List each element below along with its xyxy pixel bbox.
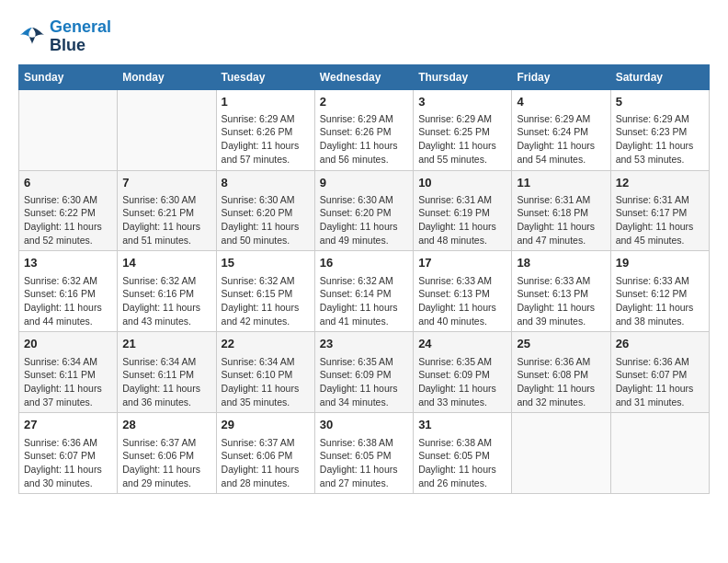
- day-info: Sunrise: 6:35 AM Sunset: 6:09 PM Dayligh…: [418, 355, 506, 409]
- weekday-header: Saturday: [610, 64, 709, 89]
- calendar-cell: 31Sunrise: 6:38 AM Sunset: 6:05 PM Dayli…: [414, 413, 512, 494]
- day-number: 10: [418, 175, 506, 191]
- calendar-cell: 3Sunrise: 6:29 AM Sunset: 6:25 PM Daylig…: [414, 89, 512, 170]
- calendar-cell: 25Sunrise: 6:36 AM Sunset: 6:08 PM Dayli…: [512, 332, 610, 413]
- day-number: 23: [320, 336, 408, 352]
- calendar-cell: 26Sunrise: 6:36 AM Sunset: 6:07 PM Dayli…: [610, 332, 709, 413]
- day-info: Sunrise: 6:33 AM Sunset: 6:13 PM Dayligh…: [418, 274, 506, 328]
- calendar-week-row: 6Sunrise: 6:30 AM Sunset: 6:22 PM Daylig…: [19, 170, 710, 251]
- calendar-week-row: 27Sunrise: 6:36 AM Sunset: 6:07 PM Dayli…: [19, 413, 710, 494]
- calendar-cell: 30Sunrise: 6:38 AM Sunset: 6:05 PM Dayli…: [314, 413, 413, 494]
- calendar-header: SundayMondayTuesdayWednesdayThursdayFrid…: [19, 64, 710, 89]
- calendar-cell: 16Sunrise: 6:32 AM Sunset: 6:14 PM Dayli…: [314, 251, 413, 332]
- calendar-cell: 6Sunrise: 6:30 AM Sunset: 6:22 PM Daylig…: [19, 170, 118, 251]
- day-number: 5: [616, 94, 704, 110]
- calendar-cell: 18Sunrise: 6:33 AM Sunset: 6:13 PM Dayli…: [512, 251, 610, 332]
- calendar-cell: [610, 413, 709, 494]
- calendar-cell: 10Sunrise: 6:31 AM Sunset: 6:19 PM Dayli…: [414, 170, 512, 251]
- calendar-week-row: 20Sunrise: 6:34 AM Sunset: 6:11 PM Dayli…: [19, 332, 710, 413]
- day-info: Sunrise: 6:38 AM Sunset: 6:05 PM Dayligh…: [320, 436, 408, 490]
- calendar-cell: 20Sunrise: 6:34 AM Sunset: 6:11 PM Dayli…: [19, 332, 118, 413]
- day-number: 7: [122, 175, 210, 191]
- calendar-cell: 12Sunrise: 6:31 AM Sunset: 6:17 PM Dayli…: [610, 170, 709, 251]
- calendar-cell: [19, 89, 118, 170]
- day-info: Sunrise: 6:31 AM Sunset: 6:17 PM Dayligh…: [616, 193, 704, 247]
- calendar-table: SundayMondayTuesdayWednesdayThursdayFrid…: [18, 64, 710, 495]
- day-info: Sunrise: 6:29 AM Sunset: 6:26 PM Dayligh…: [320, 112, 408, 167]
- calendar-cell: 7Sunrise: 6:30 AM Sunset: 6:21 PM Daylig…: [118, 170, 216, 251]
- day-info: Sunrise: 6:32 AM Sunset: 6:16 PM Dayligh…: [24, 274, 112, 328]
- day-info: Sunrise: 6:34 AM Sunset: 6:11 PM Dayligh…: [24, 355, 112, 409]
- weekday-header: Wednesday: [314, 64, 413, 89]
- day-info: Sunrise: 6:31 AM Sunset: 6:19 PM Dayligh…: [418, 193, 506, 247]
- calendar-cell: 27Sunrise: 6:36 AM Sunset: 6:07 PM Dayli…: [19, 413, 118, 494]
- day-info: Sunrise: 6:34 AM Sunset: 6:11 PM Dayligh…: [122, 355, 210, 409]
- day-number: 19: [616, 255, 704, 271]
- calendar-cell: [118, 89, 216, 170]
- day-info: Sunrise: 6:29 AM Sunset: 6:24 PM Dayligh…: [517, 112, 605, 167]
- day-info: Sunrise: 6:30 AM Sunset: 6:20 PM Dayligh…: [222, 193, 310, 247]
- calendar-cell: 1Sunrise: 6:29 AM Sunset: 6:26 PM Daylig…: [216, 89, 314, 170]
- day-info: Sunrise: 6:29 AM Sunset: 6:26 PM Dayligh…: [222, 112, 310, 167]
- day-info: Sunrise: 6:36 AM Sunset: 6:07 PM Dayligh…: [616, 355, 704, 409]
- calendar-cell: 5Sunrise: 6:29 AM Sunset: 6:23 PM Daylig…: [610, 89, 709, 170]
- day-info: Sunrise: 6:33 AM Sunset: 6:13 PM Dayligh…: [517, 274, 605, 328]
- calendar-cell: 21Sunrise: 6:34 AM Sunset: 6:11 PM Dayli…: [118, 332, 216, 413]
- day-number: 8: [222, 175, 310, 191]
- day-number: 22: [222, 336, 310, 352]
- day-info: Sunrise: 6:30 AM Sunset: 6:22 PM Dayligh…: [24, 193, 112, 247]
- day-info: Sunrise: 6:32 AM Sunset: 6:14 PM Dayligh…: [320, 274, 408, 328]
- day-info: Sunrise: 6:30 AM Sunset: 6:21 PM Dayligh…: [122, 193, 210, 247]
- day-info: Sunrise: 6:35 AM Sunset: 6:09 PM Dayligh…: [320, 355, 408, 409]
- day-number: 29: [222, 417, 310, 433]
- day-number: 4: [517, 94, 605, 110]
- day-number: 31: [418, 417, 506, 433]
- day-number: 20: [24, 336, 112, 352]
- day-number: 18: [517, 255, 605, 271]
- day-number: 21: [122, 336, 210, 352]
- calendar-cell: 29Sunrise: 6:37 AM Sunset: 6:06 PM Dayli…: [216, 413, 314, 494]
- day-number: 13: [24, 255, 112, 271]
- day-number: 1: [222, 94, 310, 110]
- day-number: 15: [222, 255, 310, 271]
- day-number: 28: [122, 417, 210, 433]
- calendar-cell: 2Sunrise: 6:29 AM Sunset: 6:26 PM Daylig…: [314, 89, 413, 170]
- day-number: 3: [418, 94, 506, 110]
- calendar-cell: 24Sunrise: 6:35 AM Sunset: 6:09 PM Dayli…: [414, 332, 512, 413]
- day-info: Sunrise: 6:37 AM Sunset: 6:06 PM Dayligh…: [222, 436, 310, 490]
- calendar-week-row: 13Sunrise: 6:32 AM Sunset: 6:16 PM Dayli…: [19, 251, 710, 332]
- day-info: Sunrise: 6:29 AM Sunset: 6:23 PM Dayligh…: [616, 112, 704, 167]
- day-number: 17: [418, 255, 506, 271]
- day-number: 14: [122, 255, 210, 271]
- calendar-cell: 4Sunrise: 6:29 AM Sunset: 6:24 PM Daylig…: [512, 89, 610, 170]
- day-info: Sunrise: 6:29 AM Sunset: 6:25 PM Dayligh…: [418, 112, 506, 167]
- calendar-cell: 19Sunrise: 6:33 AM Sunset: 6:12 PM Dayli…: [610, 251, 709, 332]
- day-info: Sunrise: 6:30 AM Sunset: 6:20 PM Dayligh…: [320, 193, 408, 247]
- calendar-cell: 11Sunrise: 6:31 AM Sunset: 6:18 PM Dayli…: [512, 170, 610, 251]
- weekday-header: Sunday: [19, 64, 118, 89]
- day-number: 2: [320, 94, 408, 110]
- calendar-week-row: 1Sunrise: 6:29 AM Sunset: 6:26 PM Daylig…: [19, 89, 710, 170]
- calendar-cell: 14Sunrise: 6:32 AM Sunset: 6:16 PM Dayli…: [118, 251, 216, 332]
- calendar-cell: 15Sunrise: 6:32 AM Sunset: 6:15 PM Dayli…: [216, 251, 314, 332]
- calendar-cell: 22Sunrise: 6:34 AM Sunset: 6:10 PM Dayli…: [216, 332, 314, 413]
- day-number: 27: [24, 417, 112, 433]
- day-number: 12: [616, 175, 704, 191]
- logo-text: General Blue: [50, 18, 111, 55]
- logo-bird-icon: [18, 26, 46, 48]
- day-info: Sunrise: 6:38 AM Sunset: 6:05 PM Dayligh…: [418, 436, 506, 490]
- logo: General Blue: [18, 18, 111, 55]
- day-info: Sunrise: 6:32 AM Sunset: 6:16 PM Dayligh…: [122, 274, 210, 328]
- day-number: 24: [418, 336, 506, 352]
- day-number: 9: [320, 175, 408, 191]
- page-header: General Blue: [18, 18, 710, 55]
- calendar-cell: 13Sunrise: 6:32 AM Sunset: 6:16 PM Dayli…: [19, 251, 118, 332]
- calendar-cell: 17Sunrise: 6:33 AM Sunset: 6:13 PM Dayli…: [414, 251, 512, 332]
- weekday-header-row: SundayMondayTuesdayWednesdayThursdayFrid…: [19, 64, 710, 89]
- weekday-header: Thursday: [414, 64, 512, 89]
- day-number: 26: [616, 336, 704, 352]
- day-number: 11: [517, 175, 605, 191]
- day-number: 25: [517, 336, 605, 352]
- day-info: Sunrise: 6:37 AM Sunset: 6:06 PM Dayligh…: [122, 436, 210, 490]
- calendar-cell: 8Sunrise: 6:30 AM Sunset: 6:20 PM Daylig…: [216, 170, 314, 251]
